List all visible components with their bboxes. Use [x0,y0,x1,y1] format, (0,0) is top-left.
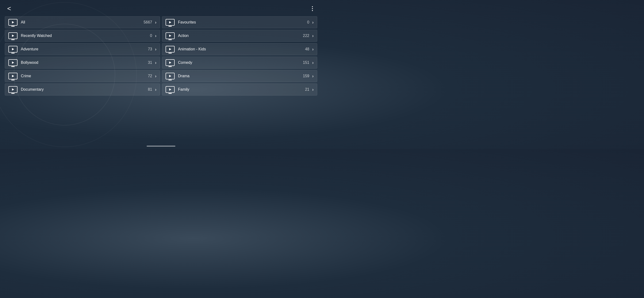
tv-icon-family [166,86,175,93]
chevron-icon-crime: › [155,74,156,79]
more-dot-2 [312,8,313,9]
right-column: Favourites 0 › Action 222 › Animation - … [162,16,317,97]
tv-icon-recently-watched [8,32,18,39]
more-dot-3 [312,10,313,11]
play-icon-bollywood [12,61,14,64]
category-row-bollywood[interactable]: Bollywood 31 › [5,57,160,69]
category-count-favourites: 0 [307,20,309,25]
category-row-favourites[interactable]: Favourites 0 › [162,16,317,28]
category-count-bollywood: 31 [148,60,152,65]
category-count-documentary: 81 [148,87,152,92]
chevron-icon-family: › [312,87,314,92]
more-dot-1 [312,6,313,7]
category-row-crime[interactable]: Crime 72 › [5,70,160,82]
category-row-drama[interactable]: Drama 159 › [162,70,317,82]
category-count-action: 222 [303,34,309,38]
play-icon-drama [169,75,171,77]
left-column: All 5667 › Recently Watched 0 › Adventur… [5,16,160,97]
category-name-animation-kids: Animation - Kids [178,47,305,51]
tv-icon-documentary [8,86,18,93]
category-name-crime: Crime [21,74,148,78]
play-icon-adventure [12,48,14,50]
category-count-adventure: 73 [148,47,152,51]
home-indicator [146,146,176,146]
back-button[interactable]: < [5,4,14,13]
tv-icon-animation-kids [166,46,175,53]
play-icon-comedy [169,61,171,64]
category-count-family: 21 [305,87,309,92]
chevron-icon-drama: › [312,74,314,79]
tv-icon-adventure [8,46,18,53]
play-icon-action [169,35,171,37]
category-row-all[interactable]: All 5667 › [5,16,160,28]
play-icon-animation-kids [169,48,171,50]
category-count-animation-kids: 48 [305,47,309,51]
play-icon-family [169,88,171,91]
play-icon-documentary [12,88,14,91]
category-name-drama: Drama [178,74,303,78]
category-count-comedy: 151 [303,60,309,65]
play-icon-favourites [169,21,171,24]
category-count-recently-watched: 0 [150,34,152,38]
category-row-recently-watched[interactable]: Recently Watched 0 › [5,30,160,42]
play-icon-recently-watched [12,35,14,37]
category-row-adventure[interactable]: Adventure 73 › [5,43,160,55]
category-name-documentary: Documentary [21,87,148,92]
category-count-crime: 72 [148,74,152,78]
category-row-documentary[interactable]: Documentary 81 › [5,83,160,95]
chevron-icon-animation-kids: › [312,47,314,52]
chevron-icon-all: › [155,20,156,25]
tv-icon-crime [8,73,18,79]
category-name-adventure: Adventure [21,47,148,51]
chevron-icon-comedy: › [312,60,314,65]
category-name-family: Family [178,87,305,92]
category-name-all: All [21,20,144,25]
play-icon-crime [12,75,14,77]
tv-icon-drama [166,73,175,79]
category-count-all: 5667 [144,20,152,25]
chevron-icon-recently-watched: › [155,33,156,38]
category-name-comedy: Comedy [178,60,303,65]
category-row-action[interactable]: Action 222 › [162,30,317,42]
play-icon-all [12,21,14,24]
category-name-bollywood: Bollywood [21,60,148,65]
category-name-favourites: Favourites [178,20,307,25]
tv-icon-favourites [166,19,175,26]
chevron-icon-documentary: › [155,87,156,92]
category-row-comedy[interactable]: Comedy 151 › [162,57,317,69]
category-row-family[interactable]: Family 21 › [162,83,317,95]
tv-icon-action [166,32,175,39]
chevron-icon-action: › [312,33,314,38]
chevron-icon-bollywood: › [155,60,156,65]
chevron-icon-adventure: › [155,47,156,52]
more-menu-button[interactable] [310,5,315,12]
tv-icon-bollywood [8,59,18,66]
tv-icon-comedy [166,59,175,66]
category-name-action: Action [178,34,303,38]
category-count-drama: 159 [303,74,309,78]
category-name-recently-watched: Recently Watched [21,34,150,38]
content-area: All 5667 › Recently Watched 0 › Adventur… [0,16,322,97]
category-row-animation-kids[interactable]: Animation - Kids 48 › [162,43,317,55]
header: < [0,0,322,16]
tv-icon-all [8,19,18,26]
chevron-icon-favourites: › [312,20,314,25]
